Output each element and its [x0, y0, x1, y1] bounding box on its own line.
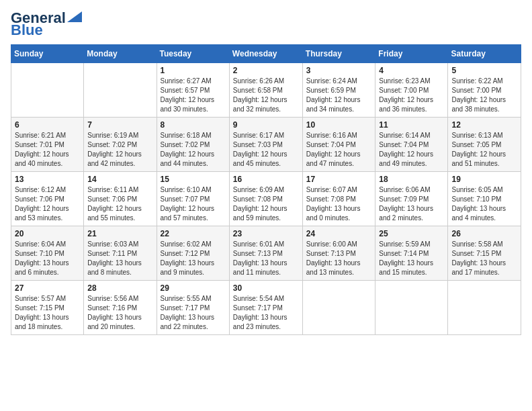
- day-content: Sunrise: 6:07 AM Sunset: 7:08 PM Dayligh…: [306, 185, 372, 223]
- day-content: Sunrise: 6:22 AM Sunset: 7:00 PM Dayligh…: [451, 77, 517, 114]
- day-content: Sunrise: 6:24 AM Sunset: 6:59 PM Dayligh…: [306, 77, 372, 114]
- calendar-cell: 3Sunrise: 6:24 AM Sunset: 6:59 PM Daylig…: [302, 63, 375, 118]
- logo: General Blue: [11, 11, 82, 38]
- calendar-cell: 30Sunrise: 5:54 AM Sunset: 7:17 PM Dayli…: [229, 281, 302, 335]
- day-content: Sunrise: 6:19 AM Sunset: 7:02 PM Dayligh…: [87, 131, 152, 169]
- day-number: 13: [15, 175, 80, 184]
- weekday-header: Saturday: [448, 45, 521, 63]
- day-content: Sunrise: 5:56 AM Sunset: 7:16 PM Dayligh…: [87, 294, 152, 332]
- logo-blue-text: Blue: [11, 23, 43, 38]
- day-number: 12: [451, 120, 517, 130]
- day-content: Sunrise: 6:01 AM Sunset: 7:13 PM Dayligh…: [233, 240, 299, 277]
- day-number: 8: [161, 120, 226, 130]
- day-number: 20: [15, 229, 80, 238]
- calendar-cell: 2Sunrise: 6:26 AM Sunset: 6:58 PM Daylig…: [229, 63, 302, 118]
- weekday-header: Friday: [375, 45, 448, 63]
- svg-marker-0: [67, 11, 82, 22]
- day-content: Sunrise: 6:05 AM Sunset: 7:10 PM Dayligh…: [451, 185, 517, 223]
- day-number: 23: [233, 229, 299, 238]
- day-content: Sunrise: 6:16 AM Sunset: 7:04 PM Dayligh…: [306, 131, 372, 169]
- day-number: 17: [306, 175, 372, 184]
- calendar-week-row: 27Sunrise: 5:57 AM Sunset: 7:15 PM Dayli…: [11, 281, 521, 335]
- calendar-cell: 23Sunrise: 6:01 AM Sunset: 7:13 PM Dayli…: [229, 226, 302, 281]
- day-content: Sunrise: 6:10 AM Sunset: 7:07 PM Dayligh…: [161, 185, 226, 223]
- day-number: 15: [161, 175, 226, 184]
- calendar-cell: 28Sunrise: 5:56 AM Sunset: 7:16 PM Dayli…: [84, 281, 157, 335]
- day-content: Sunrise: 6:11 AM Sunset: 7:06 PM Dayligh…: [87, 185, 152, 223]
- calendar-cell: 19Sunrise: 6:05 AM Sunset: 7:10 PM Dayli…: [448, 172, 521, 226]
- calendar-cell: 4Sunrise: 6:23 AM Sunset: 7:00 PM Daylig…: [375, 63, 448, 118]
- day-content: Sunrise: 6:04 AM Sunset: 7:10 PM Dayligh…: [15, 240, 80, 277]
- calendar-cell: 10Sunrise: 6:16 AM Sunset: 7:04 PM Dayli…: [302, 118, 375, 172]
- day-content: Sunrise: 5:54 AM Sunset: 7:17 PM Dayligh…: [233, 294, 299, 332]
- day-number: 27: [15, 283, 80, 293]
- day-number: 3: [306, 66, 372, 75]
- calendar-cell: 5Sunrise: 6:22 AM Sunset: 7:00 PM Daylig…: [448, 63, 521, 118]
- calendar-cell: 7Sunrise: 6:19 AM Sunset: 7:02 PM Daylig…: [84, 118, 157, 172]
- day-content: Sunrise: 6:12 AM Sunset: 7:06 PM Dayligh…: [15, 185, 80, 223]
- calendar-cell: 8Sunrise: 6:18 AM Sunset: 7:02 PM Daylig…: [157, 118, 229, 172]
- header: General Blue: [11, 11, 521, 38]
- day-number: 30: [233, 283, 299, 293]
- day-number: 25: [379, 229, 444, 238]
- day-content: Sunrise: 6:06 AM Sunset: 7:09 PM Dayligh…: [379, 185, 444, 223]
- calendar-cell: 1Sunrise: 6:27 AM Sunset: 6:57 PM Daylig…: [157, 63, 229, 118]
- calendar-cell: [448, 281, 521, 335]
- calendar-week-row: 6Sunrise: 6:21 AM Sunset: 7:01 PM Daylig…: [11, 118, 521, 172]
- day-content: Sunrise: 6:14 AM Sunset: 7:04 PM Dayligh…: [379, 131, 444, 169]
- day-content: Sunrise: 6:27 AM Sunset: 6:57 PM Dayligh…: [161, 77, 226, 114]
- calendar-week-row: 1Sunrise: 6:27 AM Sunset: 6:57 PM Daylig…: [11, 63, 521, 118]
- day-number: 18: [379, 175, 444, 184]
- calendar-week-row: 20Sunrise: 6:04 AM Sunset: 7:10 PM Dayli…: [11, 226, 521, 281]
- calendar-cell: 15Sunrise: 6:10 AM Sunset: 7:07 PM Dayli…: [157, 172, 229, 226]
- day-number: 5: [451, 66, 517, 75]
- day-number: 9: [233, 120, 299, 130]
- calendar-cell: 24Sunrise: 6:00 AM Sunset: 7:13 PM Dayli…: [302, 226, 375, 281]
- calendar-cell: 29Sunrise: 5:55 AM Sunset: 7:17 PM Dayli…: [157, 281, 229, 335]
- day-content: Sunrise: 5:58 AM Sunset: 7:15 PM Dayligh…: [451, 240, 517, 277]
- calendar-cell: 18Sunrise: 6:06 AM Sunset: 7:09 PM Dayli…: [375, 172, 448, 226]
- logo-icon: [67, 11, 82, 22]
- weekday-header: Tuesday: [157, 45, 229, 63]
- day-content: Sunrise: 6:17 AM Sunset: 7:03 PM Dayligh…: [233, 131, 299, 169]
- day-content: Sunrise: 6:26 AM Sunset: 6:58 PM Dayligh…: [233, 77, 299, 114]
- day-number: 10: [306, 120, 372, 130]
- day-content: Sunrise: 5:59 AM Sunset: 7:14 PM Dayligh…: [379, 240, 444, 277]
- calendar: SundayMondayTuesdayWednesdayThursdayFrid…: [11, 44, 521, 335]
- day-number: 4: [379, 66, 444, 75]
- calendar-cell: 16Sunrise: 6:09 AM Sunset: 7:08 PM Dayli…: [229, 172, 302, 226]
- day-content: Sunrise: 6:18 AM Sunset: 7:02 PM Dayligh…: [161, 131, 226, 169]
- calendar-cell: 9Sunrise: 6:17 AM Sunset: 7:03 PM Daylig…: [229, 118, 302, 172]
- day-number: 1: [161, 66, 226, 75]
- day-number: 29: [161, 283, 226, 293]
- calendar-cell: 14Sunrise: 6:11 AM Sunset: 7:06 PM Dayli…: [84, 172, 157, 226]
- day-number: 2: [233, 66, 299, 75]
- calendar-week-row: 13Sunrise: 6:12 AM Sunset: 7:06 PM Dayli…: [11, 172, 521, 226]
- day-number: 28: [87, 283, 152, 293]
- weekday-header: Monday: [84, 45, 157, 63]
- day-content: Sunrise: 6:23 AM Sunset: 7:00 PM Dayligh…: [379, 77, 444, 114]
- weekday-header: Sunday: [11, 45, 84, 63]
- calendar-cell: 25Sunrise: 5:59 AM Sunset: 7:14 PM Dayli…: [375, 226, 448, 281]
- day-content: Sunrise: 5:55 AM Sunset: 7:17 PM Dayligh…: [161, 294, 226, 332]
- day-content: Sunrise: 6:00 AM Sunset: 7:13 PM Dayligh…: [306, 240, 372, 277]
- day-content: Sunrise: 5:57 AM Sunset: 7:15 PM Dayligh…: [15, 294, 80, 332]
- calendar-cell: 12Sunrise: 6:13 AM Sunset: 7:05 PM Dayli…: [448, 118, 521, 172]
- calendar-cell: 13Sunrise: 6:12 AM Sunset: 7:06 PM Dayli…: [11, 172, 84, 226]
- day-content: Sunrise: 6:02 AM Sunset: 7:12 PM Dayligh…: [161, 240, 226, 277]
- calendar-cell: 20Sunrise: 6:04 AM Sunset: 7:10 PM Dayli…: [11, 226, 84, 281]
- day-number: 7: [87, 120, 152, 130]
- day-number: 16: [233, 175, 299, 184]
- day-number: 19: [451, 175, 517, 184]
- day-number: 24: [306, 229, 372, 238]
- calendar-cell: [84, 63, 157, 118]
- weekday-header: Wednesday: [229, 45, 302, 63]
- day-number: 26: [451, 229, 517, 238]
- day-number: 14: [87, 175, 152, 184]
- calendar-cell: [375, 281, 448, 335]
- calendar-cell: 11Sunrise: 6:14 AM Sunset: 7:04 PM Dayli…: [375, 118, 448, 172]
- weekday-header: Thursday: [302, 45, 375, 63]
- calendar-cell: [302, 281, 375, 335]
- calendar-cell: 22Sunrise: 6:02 AM Sunset: 7:12 PM Dayli…: [157, 226, 229, 281]
- day-content: Sunrise: 6:13 AM Sunset: 7:05 PM Dayligh…: [451, 131, 517, 169]
